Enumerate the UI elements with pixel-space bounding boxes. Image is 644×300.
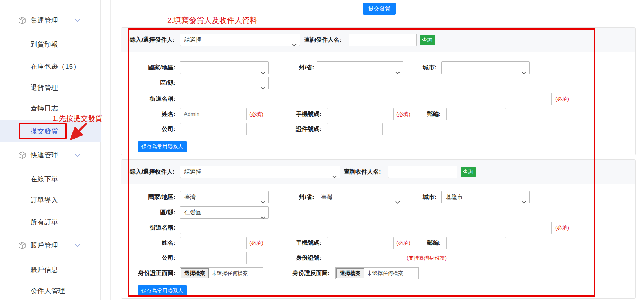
cert-number-label: 證件號碼: [276,123,321,136]
recipient-save-contact-button[interactable]: 保存為常用聯系人 [138,285,187,296]
state-label: 州/省: [260,61,314,74]
sidebar-item-submit-shipment[interactable]: 提交發貨 [0,120,101,142]
city-label: 城市: [388,191,437,204]
sender-save-contact-button[interactable]: 保存為常用聯系人 [138,141,187,152]
recipient-street-input[interactable] [180,222,552,234]
required-note: (必填) [249,236,263,250]
district-label: 區/縣: [121,206,175,219]
recipient-query-input[interactable] [388,166,457,178]
package-icon [18,16,26,25]
sender-company-input[interactable] [180,123,247,135]
sender-cert-input[interactable] [327,123,383,135]
recipient-picker-label: 錄入/選擇收件人: [130,166,174,178]
company-label: 公司: [121,251,175,265]
sender-picker-label: 錄入/選擇發件人: [130,34,174,46]
country-label: 國家/地區: [121,191,175,204]
sender-district-select[interactable] [180,77,269,89]
package-icon [18,151,26,159]
sidebar-group-label: 賬戶管理 [31,241,58,250]
sidebar-item-account-info[interactable]: 賬戶信息 [0,262,101,277]
recipient-query-bar: 錄入/選擇收件人: 請選擇 查詢收件人名: 查詢 [121,160,635,184]
id-front-file-input[interactable]: 選擇檔案 未選擇任何檔案 [180,267,263,279]
sender-street-input[interactable] [180,93,552,105]
district-label: 區/縣: [121,76,175,90]
sender-query-button[interactable]: 查詢 [420,35,435,45]
sidebar-group-label: 集運管理 [31,16,58,25]
sender-zip-input[interactable] [446,108,506,120]
chevron-down-icon [261,82,265,94]
sidebar-item-all-orders[interactable]: 所有訂單 [0,215,101,230]
chevron-down-icon [75,242,80,249]
sidebar-item-order-import[interactable]: 訂單導入 [0,193,101,208]
sidebar: 集運管理 到貨預報 在庫包裹（15） 退貨管理 倉轉日志 提交發貨 快遞管理 在… [0,0,101,300]
recipient-name-input[interactable] [180,237,247,249]
file-empty-text: 未選擇任何檔案 [364,270,403,277]
sender-country-select[interactable] [180,61,269,74]
id-support-note: (支持臺灣身份證) [407,251,447,265]
recipient-picker-select[interactable]: 請選擇 [180,166,340,178]
recipient-country-select[interactable]: 臺灣 [180,191,269,203]
chevron-down-icon [75,17,80,24]
chevron-down-icon [75,152,80,158]
recipient-zip-input[interactable] [446,237,506,249]
sender-query-label: 查詢發件人名: [304,34,342,46]
required-note: (必填) [249,108,263,121]
recipient-city-select[interactable]: 基隆市 [441,191,530,203]
sender-phone-input[interactable] [327,108,394,120]
company-label: 公司: [121,123,175,136]
chevron-down-icon [292,39,297,51]
sidebar-group-express[interactable]: 快遞管理 [0,148,101,163]
required-note: (必填) [555,92,569,106]
sidebar-item-sender-management[interactable]: 發件人管理 [0,283,101,299]
name-label: 姓名: [121,108,175,121]
sidebar-item-arrival-forecast[interactable]: 到貨預報 [0,37,101,52]
zip-label: 郵編: [401,108,441,121]
street-label: 街道名稱: [121,92,175,106]
sender-query-bar: 錄入/選擇發件人: 請選擇 查詢發件人名: 查詢 [121,28,635,52]
country-label: 國家/地區: [121,61,175,74]
choose-file-button[interactable]: 選擇檔案 [336,268,364,278]
required-note: (必填) [555,221,569,234]
phone-label: 手機號碼: [276,236,321,250]
file-empty-text: 未選擇任何檔案 [209,270,248,277]
recipient-panel: 錄入/選擇收件人: 請選擇 查詢收件人名: 查詢 國家/地區: 臺灣 州/省: … [121,159,636,299]
package-icon [18,241,26,250]
sidebar-group-account[interactable]: 賬戶管理 [0,238,101,253]
sender-name-input[interactable] [180,108,247,120]
chevron-down-icon [332,171,337,183]
content-divider [110,0,111,300]
state-label: 州/省: [260,191,314,204]
sidebar-group-label: 快遞管理 [31,151,58,160]
recipient-company-input[interactable] [180,252,247,264]
zip-label: 郵編: [401,236,441,250]
submit-shipment-button[interactable]: 提交發貨 [363,3,396,15]
choose-file-button[interactable]: 選擇檔案 [181,268,209,278]
recipient-query-label: 查詢收件人名: [344,166,381,178]
tutorial-step1-text: 1.先按提交發貨 [53,114,103,123]
recipient-id-input[interactable] [327,252,403,264]
sender-picker-select[interactable]: 請選擇 [180,34,300,46]
sender-query-input[interactable] [349,34,417,46]
recipient-query-button[interactable]: 查詢 [461,167,476,177]
sidebar-item-online-order[interactable]: 在線下單 [0,172,101,187]
tutorial-step2-text: 2.填寫發貨人及收件人資料 [167,15,257,26]
id-back-file-input[interactable]: 選擇檔案 未選擇任何檔案 [335,267,419,279]
sidebar-group-consolidation[interactable]: 集運管理 [0,13,101,28]
id-back-label: 身份證反面圖: [276,267,330,280]
id-front-label: 身份證正面圖: [121,267,175,280]
street-label: 街道名稱: [121,221,175,234]
sidebar-item-in-stock-packages[interactable]: 在庫包裹（15） [0,59,101,74]
name-label: 姓名: [121,236,175,250]
sender-panel: 錄入/選擇發件人: 請選擇 查詢發件人名: 查詢 國家/地區: 州/省: 城市:… [121,27,636,155]
city-label: 城市: [388,61,437,74]
id-number-label: 身份證號: [276,251,321,265]
phone-label: 手機號碼: [276,108,321,121]
recipient-phone-input[interactable] [327,237,394,249]
sender-city-select[interactable] [441,61,530,74]
sidebar-item-returns[interactable]: 退貨管理 [0,80,101,95]
recipient-district-select[interactable]: 仁愛區 [180,206,269,219]
